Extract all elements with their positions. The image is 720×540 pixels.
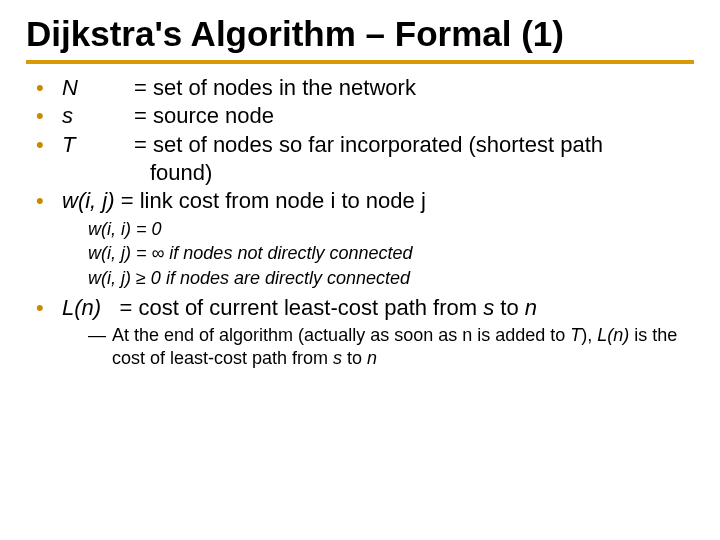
item-w: w(i, j) = link cost from node i to node … bbox=[36, 187, 694, 290]
def-l-n: n bbox=[525, 295, 537, 320]
w-cond-infinity: w(i, j) = ∞ if nodes not directly connec… bbox=[88, 241, 694, 265]
item-n: N = set of nodes in the network bbox=[36, 74, 694, 102]
item-l: L(n) = cost of current least-cost path f… bbox=[36, 294, 694, 371]
def-l-to: to bbox=[494, 295, 525, 320]
term-w: w(i, j) bbox=[62, 188, 115, 213]
slide: Dijkstra's Algorithm – Formal (1) N = se… bbox=[0, 0, 720, 540]
def-n: = set of nodes in the network bbox=[134, 74, 694, 102]
def-t-line1: = set of nodes so far incorporated (shor… bbox=[134, 131, 694, 159]
l-note: At the end of algorithm (actually as soo… bbox=[62, 324, 694, 371]
term-t: T bbox=[62, 131, 134, 159]
w-cond-geq: w(i, j) ≥ 0 if nodes are directly connec… bbox=[88, 266, 694, 290]
def-s: = source node bbox=[134, 102, 694, 130]
term-l: L(n) bbox=[62, 295, 101, 320]
term-n: N bbox=[62, 74, 134, 102]
def-l-s: s bbox=[483, 295, 494, 320]
term-s: s bbox=[62, 102, 134, 130]
w-conditions: w(i, i) = 0 w(i, j) = ∞ if nodes not dir… bbox=[62, 217, 694, 290]
def-w: = link cost from node i to node j bbox=[121, 188, 426, 213]
def-t-line2: found) bbox=[134, 159, 694, 187]
slide-title: Dijkstra's Algorithm – Formal (1) bbox=[26, 14, 694, 54]
w-cond-zero: w(i, i) = 0 bbox=[88, 217, 694, 241]
title-underline bbox=[26, 60, 694, 64]
definition-list: N = set of nodes in the network s = sour… bbox=[26, 74, 694, 371]
l-note-line: At the end of algorithm (actually as soo… bbox=[88, 324, 694, 371]
item-t: T = set of nodes so far incorporated (sh… bbox=[36, 131, 694, 187]
item-s: s = source node bbox=[36, 102, 694, 130]
def-l-pre: = cost of current least-cost path from bbox=[119, 295, 483, 320]
